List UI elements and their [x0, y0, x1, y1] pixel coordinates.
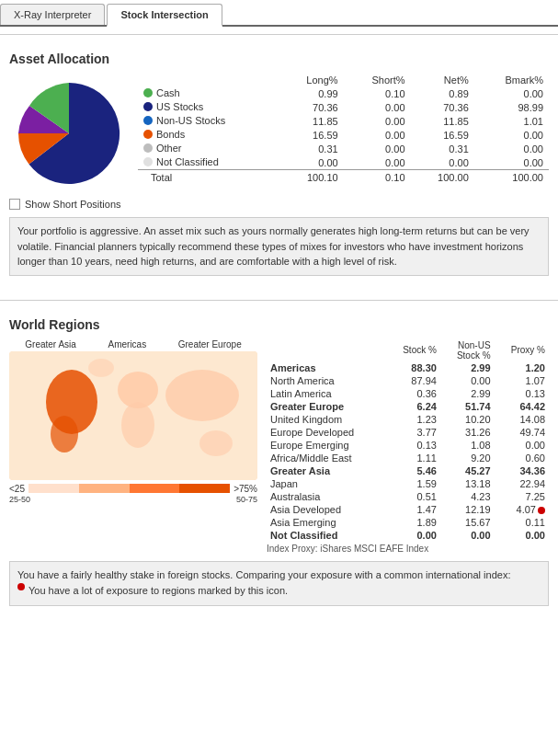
asset-label: Not Classified — [156, 156, 219, 167]
region-proxy: 49.74 — [495, 426, 549, 439]
asset-long: 16.59 — [279, 128, 343, 142]
col-short: Short% — [344, 74, 411, 86]
world-table-row: Asia Emerging 1.89 15.67 0.11 — [267, 516, 549, 529]
asset-short: 0.10 — [344, 86, 411, 100]
asset-table-row: US Stocks 70.36 0.00 70.36 98.99 — [138, 100, 549, 114]
world-table-row: Americas 88.30 2.99 1.20 — [267, 361, 549, 374]
region-proxy: 0.00 — [495, 529, 549, 542]
region-stock: 0.00 — [386, 529, 440, 542]
region-label: Not Classified — [267, 529, 386, 542]
svg-point-5 — [165, 370, 239, 421]
total-net: 100.00 — [411, 170, 474, 185]
world-table-row: Greater Europe 6.24 51.74 64.42 — [267, 400, 549, 413]
world-table-row: Europe Emerging 0.13 1.08 0.00 — [267, 439, 549, 452]
asset-label-cell: Cash — [138, 86, 279, 100]
region-proxy: 14.08 — [495, 413, 549, 426]
col-bmark: Bmark% — [474, 74, 549, 86]
region-nonus: 10.20 — [440, 413, 495, 426]
label-americas: Americas — [108, 339, 146, 349]
world-table-row: Latin America 0.36 2.99 0.13 — [267, 387, 549, 400]
world-info-text1: You have a fairly healthy stake in forei… — [17, 569, 510, 580]
asset-short: 0.00 — [344, 114, 411, 128]
tab-stock-intersection[interactable]: Stock Intersection — [107, 4, 222, 27]
region-nonus: 45.27 — [440, 464, 495, 477]
total-label: Total — [138, 170, 279, 185]
asset-bmark: 0.00 — [474, 142, 549, 155]
world-regions-title: World Regions — [9, 317, 549, 332]
asset-table-row: Bonds 16.59 0.00 16.59 0.00 — [138, 128, 549, 142]
asset-label-cell: Not Classified — [138, 155, 279, 170]
show-short-checkbox[interactable] — [9, 199, 20, 210]
region-nonus: 4.23 — [440, 490, 495, 503]
region-stock: 5.46 — [386, 464, 440, 477]
region-proxy: 34.36 — [495, 464, 549, 477]
world-table-row: Not Classified 0.00 0.00 0.00 — [267, 529, 549, 542]
red-dot-icon — [17, 583, 25, 590]
world-left-panel: Greater Asia Americas Greater Europe — [9, 339, 257, 504]
asset-long: 70.36 — [279, 100, 343, 114]
region-label: Asia Developed — [267, 503, 386, 516]
wt-col-label — [267, 339, 386, 361]
asset-bmark: 98.99 — [474, 100, 549, 114]
region-stock: 6.24 — [386, 400, 440, 413]
region-label: Latin America — [267, 387, 386, 400]
asset-label-cell: Other — [138, 142, 279, 155]
world-table-row: Asia Developed 1.47 12.19 4.07 — [267, 503, 549, 516]
region-stock: 0.36 — [386, 387, 440, 400]
region-label: Greater Asia — [267, 464, 386, 477]
world-map — [9, 351, 257, 480]
tab-xray[interactable]: X-Ray Interpreter — [0, 4, 105, 25]
region-nonus: 13.18 — [440, 477, 495, 490]
region-proxy: 0.00 — [495, 439, 549, 452]
asset-label: US Stocks — [156, 101, 203, 112]
asset-bmark: 0.00 — [474, 128, 549, 142]
asset-allocation-content: Long% Short% Net% Bmark% Cash 0.99 0.10 … — [9, 74, 549, 193]
world-info-text2: You have a lot of exposure to regions ma… — [28, 583, 288, 600]
asset-info-box: Your portfolio is aggressive. An asset m… — [9, 217, 549, 276]
region-nonus: 12.19 — [440, 503, 495, 516]
region-stock: 87.94 — [386, 374, 440, 387]
asset-color-dot — [143, 102, 153, 111]
tab-bar: X-Ray Interpreter Stock Intersection — [0, 0, 558, 27]
svg-point-4 — [121, 402, 154, 448]
world-table-row: Europe Developed 3.77 31.26 49.74 — [267, 426, 549, 439]
asset-net: 70.36 — [411, 100, 474, 114]
world-table-row: Japan 1.59 13.18 22.94 — [267, 477, 549, 490]
asset-table-row: Not Classified 0.00 0.00 0.00 0.00 — [138, 155, 549, 170]
world-info-bullet: You have a lot of exposure to regions ma… — [17, 583, 541, 600]
region-proxy: 64.42 — [495, 400, 549, 413]
asset-label: Other — [156, 143, 182, 154]
asset-net: 0.31 — [411, 142, 474, 155]
region-stock: 1.47 — [386, 503, 440, 516]
world-table-row: Africa/Middle East 1.11 9.20 0.60 — [267, 452, 549, 464]
wt-col-nonus: Non-USStock % — [440, 339, 495, 361]
asset-color-dot — [143, 88, 153, 97]
asset-short: 0.00 — [344, 142, 411, 155]
legend-lt25: <25 — [9, 484, 25, 494]
svg-point-6 — [199, 430, 233, 456]
col-net: Net% — [411, 74, 474, 86]
asset-net: 11.85 — [411, 114, 474, 128]
region-proxy: 7.25 — [495, 490, 549, 503]
region-dot — [538, 507, 545, 514]
legend-gt75: >75% — [233, 484, 257, 494]
asset-table: Long% Short% Net% Bmark% Cash 0.99 0.10 … — [138, 74, 549, 184]
asset-short: 0.00 — [344, 128, 411, 142]
region-nonus: 31.26 — [440, 426, 495, 439]
world-table: Stock % Non-USStock % Proxy % Americas 8… — [267, 339, 549, 542]
asset-label-cell: Bonds — [138, 128, 279, 142]
asset-color-dot — [143, 143, 153, 153]
asset-pie-chart — [9, 74, 129, 193]
region-label: Japan — [267, 477, 386, 490]
asset-allocation-section: Asset Allocation Long% — [0, 42, 558, 292]
asset-net: 0.89 — [411, 86, 474, 100]
asset-table-row: Non-US Stocks 11.85 0.00 11.85 1.01 — [138, 114, 549, 128]
region-nonus: 2.99 — [440, 387, 495, 400]
region-proxy: 22.94 — [495, 477, 549, 490]
region-stock: 3.77 — [386, 426, 440, 439]
region-nonus: 15.67 — [440, 516, 495, 529]
col-label — [138, 74, 279, 86]
asset-color-dot — [143, 157, 153, 166]
asset-bmark: 0.00 — [474, 155, 549, 170]
asset-color-dot — [143, 130, 153, 139]
